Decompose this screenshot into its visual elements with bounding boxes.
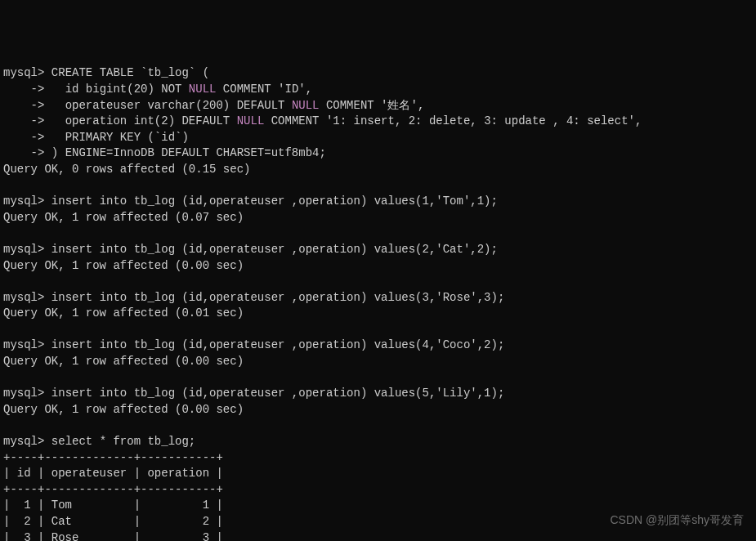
prompt: mysql> (3, 194, 44, 208)
sql-text: operateuser varchar(200) DEFAULT (44, 99, 291, 112)
sql-text: ) ENGINE=InnoDB DEFAULT CHARSET=utf8mb4; (44, 146, 325, 159)
sql-text: insert into tb_log (id,operateuser ,oper… (44, 194, 498, 208)
prompt: -> (3, 99, 44, 112)
prompt: -> (3, 146, 44, 159)
prompt: mysql> (3, 338, 44, 351)
sql-text: CREATE TABLE `tb_log` ( (44, 66, 209, 79)
sql-text: COMMENT '姓名', (319, 99, 424, 112)
null-keyword: NULL (237, 114, 265, 127)
sql-text: | 3 | Rose | 3 | (3, 531, 223, 541)
sql-text: id bigint(20) NOT (44, 83, 188, 96)
prompt: mysql> (3, 66, 44, 79)
sql-text: | id | operateuser | operation | (3, 467, 223, 480)
sql-text: Query OK, 1 row affected (0.00 sec) (3, 355, 244, 368)
sql-text: insert into tb_log (id,operateuser ,oper… (44, 387, 504, 400)
sql-text: COMMENT '1: insert, 2: delete, 3: update… (264, 114, 642, 127)
prompt: mysql> (3, 291, 44, 304)
prompt: mysql> (3, 387, 44, 400)
sql-text: | 1 | Tom | 1 | (3, 499, 223, 512)
sql-text: +----+-------------+-----------+ (3, 483, 223, 496)
sql-text: Query OK, 0 rows affected (0.15 sec) (3, 163, 250, 176)
sql-text: operation int(2) DEFAULT (44, 114, 236, 127)
sql-text: +----+-------------+-----------+ (3, 451, 223, 464)
prompt: -> (3, 114, 44, 127)
sql-text: Query OK, 1 row affected (0.01 sec) (3, 306, 244, 320)
sql-text: select * from tb_log; (44, 435, 195, 448)
sql-text: PRIMARY KEY (`id`) (44, 131, 188, 144)
prompt: mysql> (3, 243, 44, 256)
sql-text: | 2 | Cat | 2 | (3, 515, 223, 528)
sql-text: insert into tb_log (id,operateuser ,oper… (44, 338, 504, 351)
sql-text: Query OK, 1 row affected (0.07 sec) (3, 211, 244, 224)
sql-text: Query OK, 1 row affected (0.00 sec) (3, 259, 244, 272)
sql-text: insert into tb_log (id,operateuser ,oper… (44, 291, 504, 304)
null-keyword: NULL (189, 83, 217, 96)
terminal-output[interactable]: mysql> CREATE TABLE `tb_log` ( -> id big… (3, 65, 753, 541)
sql-text: COMMENT 'ID', (216, 83, 312, 96)
sql-text: insert into tb_log (id,operateuser ,oper… (44, 243, 498, 256)
prompt: -> (3, 83, 44, 96)
null-keyword: NULL (292, 99, 320, 112)
prompt: mysql> (3, 435, 44, 448)
sql-text: Query OK, 1 row affected (0.00 sec) (3, 403, 244, 416)
watermark: CSDN @别团等shy哥发育 (610, 512, 744, 529)
prompt: -> (3, 131, 44, 144)
